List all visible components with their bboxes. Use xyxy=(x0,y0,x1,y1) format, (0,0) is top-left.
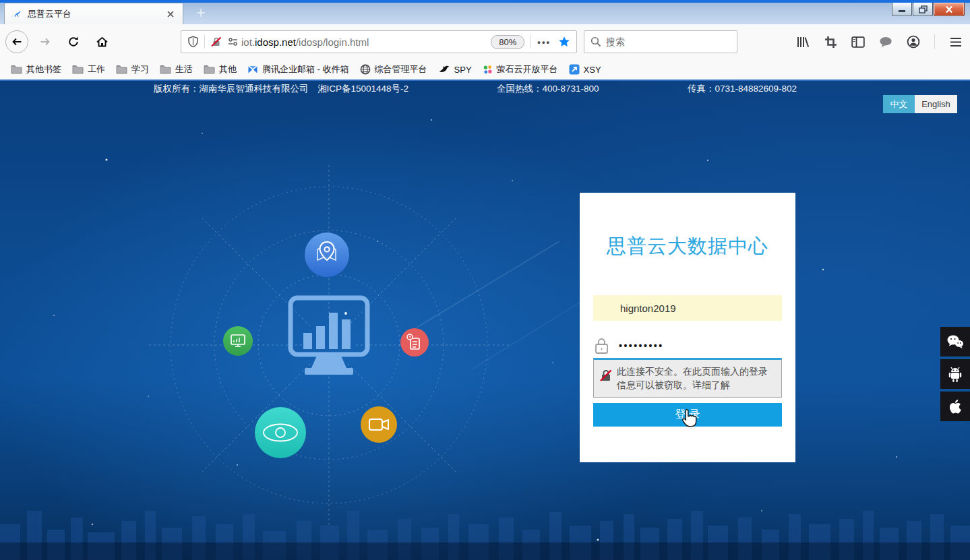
restore-button[interactable] xyxy=(913,3,933,16)
ezviz-icon xyxy=(483,65,493,75)
new-tab-button[interactable]: + xyxy=(191,4,211,22)
bookmark-folder-other-bookmarks[interactable]: 其他书签 xyxy=(5,61,67,77)
satellite-camera-icon xyxy=(361,406,397,443)
lang-chinese-button[interactable]: 中文 xyxy=(883,95,915,113)
permissions-icon[interactable] xyxy=(227,37,239,46)
bookmark-management-platform[interactable]: 综合管理平台 xyxy=(355,61,433,77)
menu-hamburger-icon[interactable] xyxy=(949,35,963,49)
urlbar-divider xyxy=(204,35,205,49)
bookmark-spy[interactable]: SPY xyxy=(433,63,477,77)
footer-hotline: 全国热线：400-8731-800 xyxy=(497,83,599,95)
language-toggle: 中文 English xyxy=(883,95,957,113)
insecure-lock-icon[interactable] xyxy=(210,36,222,48)
search-bar[interactable] xyxy=(584,30,737,53)
tencent-mail-icon xyxy=(247,65,258,75)
footer-fax: 传真：0731-84882609-802 xyxy=(688,83,797,95)
folder-icon xyxy=(72,65,84,74)
screenshot-crop-icon[interactable] xyxy=(824,35,837,49)
bookmark-star-icon[interactable] xyxy=(558,36,570,48)
window-controls xyxy=(891,3,965,16)
folder-icon xyxy=(11,65,22,74)
folder-icon xyxy=(160,65,171,74)
login-card: 思普云大数据中心 ••••••••• 此连接不安全。在此页面输入的登录信息可以被… xyxy=(580,193,795,462)
android-button[interactable] xyxy=(940,359,970,389)
close-button[interactable] xyxy=(934,3,965,16)
search-icon xyxy=(590,36,601,47)
bookmarks-toolbar: 其他书签 工作 学习 生活 其他 腾讯企业邮箱 - 收件箱 综合管理平台 SPY… xyxy=(0,59,970,80)
url-bar[interactable]: iot.idosp.net/idosp/login.html 80% ••• xyxy=(181,30,577,53)
folder-icon xyxy=(116,65,127,74)
page-actions-button[interactable]: ••• xyxy=(537,37,551,47)
broken-lock-icon xyxy=(599,369,613,382)
login-page: 中文 English 思普云大数据中心 ••••••••• 此连接不安全。在此页… xyxy=(0,80,970,560)
bookmark-tencent-mail[interactable]: 腾讯企业邮箱 - 收件箱 xyxy=(242,61,355,77)
bookmark-folder-work[interactable]: 工作 xyxy=(67,61,111,77)
bookmark-ezviz-platform[interactable]: 萤石云开放平台 xyxy=(477,61,564,77)
bookmark-xsy[interactable]: XSY xyxy=(564,62,607,77)
apple-icon xyxy=(947,398,963,415)
footer-copyright: 版权所有：湖南华辰智通科技有限公司 湘ICP备15001448号-2 xyxy=(154,83,408,95)
chat-bubble-icon[interactable] xyxy=(879,35,892,49)
tab-close-icon[interactable] xyxy=(164,8,177,20)
titlebar: 思普云平台 + xyxy=(0,0,970,24)
toolbar-divider xyxy=(934,34,935,49)
account-profile-icon[interactable] xyxy=(907,35,920,49)
zoom-level-badge[interactable]: 80% xyxy=(491,35,524,49)
login-button[interactable]: 登录 xyxy=(593,403,782,427)
search-input[interactable] xyxy=(606,36,731,47)
side-app-buttons xyxy=(940,327,970,421)
wechat-icon xyxy=(946,334,964,349)
satellite-map-icon xyxy=(305,232,349,277)
forward-button[interactable] xyxy=(34,30,57,53)
bird-icon xyxy=(438,65,450,74)
bookmark-folder-study[interactable]: 学习 xyxy=(111,61,154,77)
sidebar-toggle-icon[interactable] xyxy=(851,35,865,49)
hero-graphic xyxy=(0,80,970,560)
center-monitor-icon xyxy=(291,298,367,375)
login-title: 思普云大数据中心 xyxy=(580,233,795,260)
bookmark-folder-misc[interactable]: 其他 xyxy=(198,61,242,77)
home-button[interactable] xyxy=(90,30,113,53)
url-text: iot.idosp.net/idosp/login.html xyxy=(241,36,369,48)
urlbar-divider xyxy=(530,35,531,49)
navigation-toolbar: iot.idosp.net/idosp/login.html 80% ••• xyxy=(0,24,970,59)
tab-favicon-antelope-icon xyxy=(11,8,22,20)
xsy-icon xyxy=(569,64,580,75)
username-input[interactable] xyxy=(593,295,782,321)
back-button[interactable] xyxy=(5,30,28,53)
password-masked-value: ••••••••• xyxy=(619,340,664,351)
lang-english-button[interactable]: English xyxy=(915,95,957,113)
apple-button[interactable] xyxy=(940,392,970,421)
footer-bar xyxy=(0,542,970,560)
satellite-report-icon xyxy=(400,328,429,356)
insecure-connection-warning: 此连接不安全。在此页面输入的登录信息可以被窃取。详细了解 xyxy=(593,358,782,398)
browser-tab[interactable]: 思普云平台 xyxy=(4,3,183,24)
reload-button[interactable] xyxy=(62,30,85,53)
globe-icon xyxy=(360,64,371,75)
toolbar-icons xyxy=(796,30,963,53)
password-field[interactable]: ••••••••• xyxy=(593,336,782,356)
satellite-eye-icon xyxy=(255,407,306,458)
learn-more-link[interactable]: 详细了解 xyxy=(692,379,730,390)
padlock-icon xyxy=(593,337,610,355)
minimize-button[interactable] xyxy=(892,3,912,16)
satellite-monitor-icon xyxy=(223,326,253,356)
folder-icon xyxy=(204,65,215,74)
wechat-button[interactable] xyxy=(940,327,970,356)
tracking-protection-shield-icon[interactable] xyxy=(187,36,199,48)
library-icon[interactable] xyxy=(796,35,810,49)
android-icon xyxy=(947,365,963,383)
bookmark-folder-life[interactable]: 生活 xyxy=(154,61,198,77)
tab-title: 思普云平台 xyxy=(28,8,164,20)
